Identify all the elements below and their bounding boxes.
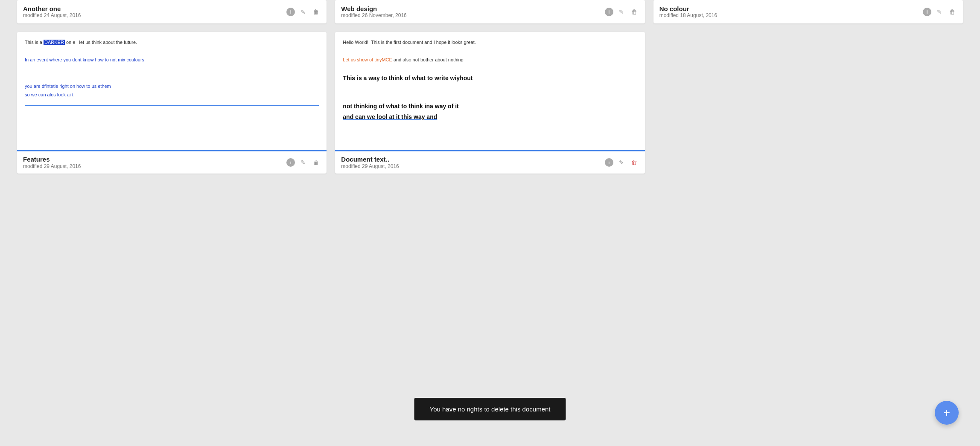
delete-icon-red[interactable]: 🗑 [630,158,639,167]
preview-blank [25,65,319,72]
info-icon[interactable]: i [605,158,613,167]
card-preview-features: This is a DARKER on e let us think about… [17,32,327,151]
preview-line-1: This is a DARKER on e let us think about… [25,39,319,46]
edit-icon[interactable]: ✎ [935,7,944,17]
edit-icon[interactable]: ✎ [298,7,308,17]
card-title: Features [23,156,284,163]
preview-blank [343,65,637,72]
fab-add-button[interactable]: + [935,401,959,425]
preview-blank [343,93,637,101]
card-document-text: Hello World!! This is the first document… [335,32,645,174]
preview-blank [25,48,319,55]
preview-blank [343,48,637,55]
card-title: Web design [341,5,604,12]
preview-blank [25,74,319,81]
preview-line-hello: Hello World!! This is the first document… [343,39,637,46]
card-title: No colour [659,5,923,12]
info-icon[interactable]: i [605,8,613,16]
card-preview-document: Hello World!! This is the first document… [335,32,645,151]
preview-line-bold-1: This is a way to think of what to write … [343,74,637,83]
card-divider [25,105,319,106]
edit-icon[interactable]: ✎ [617,7,626,17]
card-features: This is a DARKER on e let us think about… [17,32,327,174]
card-actions: i ✎ 🗑 [605,158,639,167]
delete-icon[interactable]: 🗑 [948,7,957,17]
card-actions: i ✎ 🗑 [605,7,639,17]
info-icon[interactable]: i [286,158,295,167]
toast-message: You have no rights to delete this docume… [430,405,551,413]
bottom-cards-row: This is a DARKER on e let us think about… [17,32,963,174]
card-no-colour: No colour modified 18 August, 2016 i ✎ 🗑 [653,0,963,23]
preview-line-blue-1: In an event where you dont know how to n… [25,56,319,64]
card-modified: modified 29 August, 2016 [341,163,602,169]
card-modified: modified 18 August, 2016 [659,12,923,18]
card-modified: modified 26 November, 2016 [341,12,604,18]
delete-icon[interactable]: 🗑 [311,7,321,17]
card-web-design: Web design modified 26 November, 2016 i … [335,0,645,23]
card-actions: i ✎ 🗑 [923,7,957,17]
preview-line-tinyMCE: Let us show of tinyMCE and also not both… [343,56,637,64]
delete-icon[interactable]: 🗑 [311,158,321,167]
toast-notification: You have no rights to delete this docume… [414,398,566,420]
card-footer-features: Features modified 29 August, 2016 i ✎ 🗑 [17,151,327,174]
top-cards-row: Another one modified 24 August, 2016 i ✎… [17,0,963,23]
edit-icon[interactable]: ✎ [617,158,626,167]
info-icon[interactable]: i [286,8,295,16]
card-actions: i ✎ 🗑 [286,7,321,17]
empty-column [653,32,963,174]
card-title: Another one [23,5,286,12]
preview-blank [343,84,637,92]
preview-line-blue-3: so we can alos look ai t [25,91,319,98]
card-modified: modified 24 August, 2016 [23,12,286,18]
delete-icon[interactable]: 🗑 [630,7,639,17]
preview-line-bold-2: not thinking of what to think ina way of… [343,102,637,111]
preview-line-bold-3: and can we lool at it this way and [343,113,637,122]
preview-line-blue-2: you are dfintetle right on how to us eth… [25,83,319,90]
card-another-one: Another one modified 24 August, 2016 i ✎… [17,0,327,23]
edit-icon[interactable]: ✎ [298,158,308,167]
info-icon[interactable]: i [923,8,931,16]
card-title: Document text.. [341,156,602,163]
card-actions: i ✎ 🗑 [286,158,321,167]
card-footer-document: Document text.. modified 29 August, 2016… [335,151,645,174]
fab-icon: + [943,406,950,420]
highlight-text: DARKER [44,40,65,45]
card-modified: modified 29 August, 2016 [23,163,284,169]
